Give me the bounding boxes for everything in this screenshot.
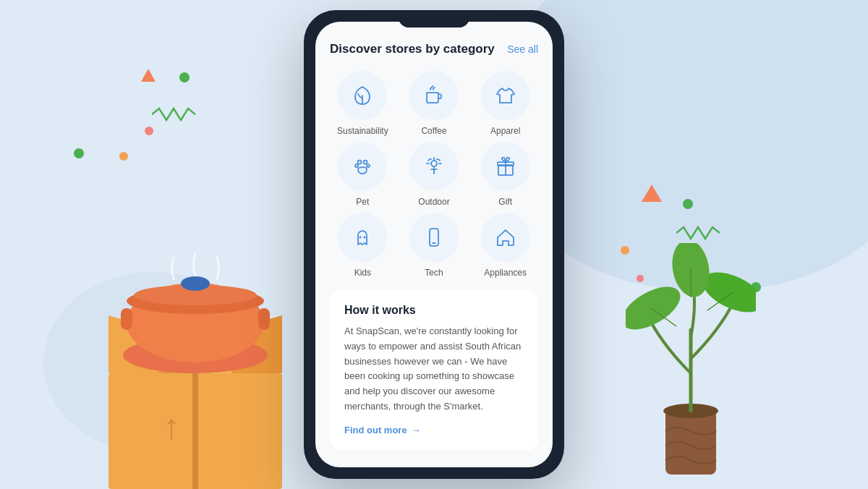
- svg-rect-13: [258, 308, 270, 330]
- find-out-more-arrow: →: [412, 425, 421, 435]
- category-gift[interactable]: Gift: [472, 142, 538, 207]
- apparel-label: Apparel: [490, 126, 520, 136]
- gift-icon-circle: [481, 142, 530, 191]
- see-all-link[interactable]: See all: [507, 43, 538, 55]
- screen-header: Discover stores by category See all: [330, 42, 538, 56]
- triangle-left: [141, 69, 156, 82]
- svg-point-27: [367, 164, 370, 167]
- dot-green-1: [179, 72, 190, 82]
- category-sustainability[interactable]: Sustainability: [330, 71, 396, 136]
- leaf-icon: [351, 84, 374, 107]
- kids-label: Kids: [354, 268, 371, 278]
- how-it-works-body: At SnapScan, we're constantly looking fo…: [344, 324, 524, 414]
- tech-label: Tech: [425, 268, 443, 278]
- category-appliances[interactable]: Appliances: [472, 213, 538, 278]
- coffee-label: Coffee: [421, 126, 446, 136]
- zigzag-left: [152, 107, 195, 122]
- dot-green-2: [74, 148, 84, 158]
- svg-point-25: [364, 161, 367, 164]
- how-it-works-card: How it works At SnapScan, we're constant…: [330, 289, 538, 450]
- svg-rect-12: [121, 308, 132, 330]
- tech-icon-circle: [409, 213, 459, 262]
- paw-icon: [351, 155, 374, 178]
- svg-point-11: [181, 276, 210, 291]
- category-apparel[interactable]: Apparel: [472, 71, 538, 136]
- gift-label: Gift: [498, 197, 512, 207]
- triangle-right: [642, 184, 662, 202]
- find-out-more-text: Find out more: [344, 425, 407, 435]
- dot-orange-1: [119, 152, 128, 161]
- kids-icon-circle: [338, 213, 387, 262]
- zigzag-right: [676, 226, 720, 240]
- outdoor-icon: [422, 155, 446, 178]
- sustainability-label: Sustainability: [337, 126, 388, 136]
- pet-label: Pet: [356, 197, 369, 207]
- category-grid: Sustainability Coffee: [330, 71, 538, 278]
- dot-green-3: [683, 199, 693, 209]
- ghost-icon: [351, 226, 374, 249]
- category-coffee[interactable]: Coffee: [401, 71, 467, 136]
- phone-notch: [398, 10, 470, 27]
- sustainability-icon-circle: [338, 71, 387, 120]
- coffee-icon-circle: [409, 71, 459, 120]
- category-tech[interactable]: Tech: [401, 213, 467, 278]
- gift-icon: [494, 155, 517, 178]
- coffee-icon: [422, 84, 446, 107]
- svg-point-28: [431, 161, 437, 166]
- plant-illustration: [626, 243, 756, 489]
- outdoor-icon-circle: [409, 142, 459, 191]
- discover-title: Discover stores by category: [330, 42, 495, 56]
- phone-mockup: Discover stores by category See all Sust…: [304, 10, 564, 479]
- appliances-icon-circle: [481, 213, 530, 262]
- apparel-icon-circle: [481, 71, 530, 120]
- svg-point-33: [364, 237, 366, 239]
- phone-icon: [422, 226, 446, 249]
- pet-icon-circle: [338, 142, 387, 191]
- svg-point-26: [355, 164, 358, 167]
- category-pet[interactable]: Pet: [330, 142, 396, 207]
- box-illustration: ↑: [80, 243, 311, 489]
- svg-point-24: [358, 161, 362, 164]
- dot-pink-1: [145, 127, 153, 135]
- appliances-label: Appliances: [484, 268, 527, 278]
- find-out-more-link[interactable]: Find out more →: [344, 425, 524, 435]
- phone-screen: Discover stores by category See all Sust…: [315, 22, 553, 467]
- category-outdoor[interactable]: Outdoor: [401, 142, 467, 207]
- category-kids[interactable]: Kids: [330, 213, 396, 278]
- outdoor-label: Outdoor: [418, 197, 449, 207]
- home-icon: [494, 226, 517, 249]
- phone-frame: Discover stores by category See all Sust…: [304, 10, 564, 479]
- how-it-works-title: How it works: [344, 304, 524, 317]
- svg-point-32: [359, 237, 362, 239]
- shirt-icon: [494, 84, 517, 107]
- svg-text:↑: ↑: [163, 407, 180, 446]
